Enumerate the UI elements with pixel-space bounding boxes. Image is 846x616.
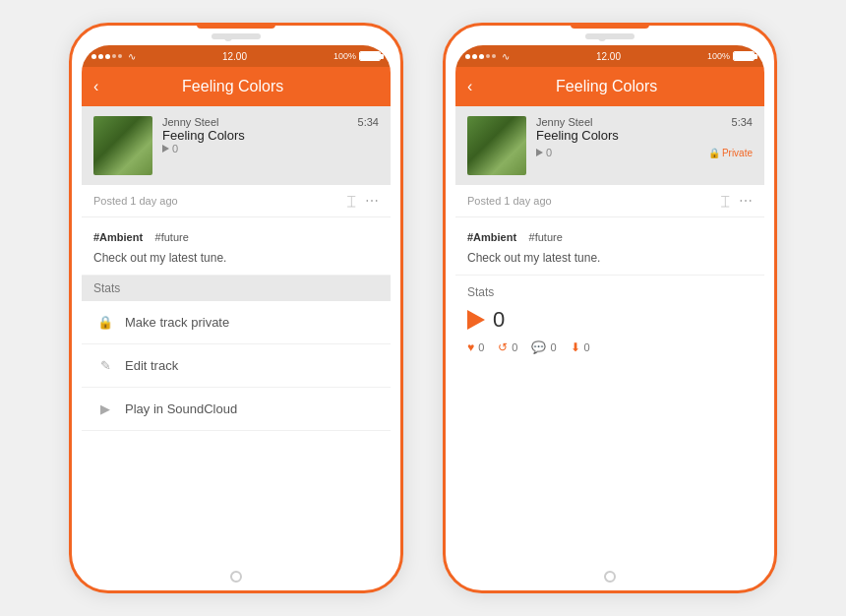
stats-play-count: 0 (493, 307, 505, 333)
right-phone: ∿ 12.00 100% ‹ Feeling Colors (443, 23, 777, 593)
reposts-count: 0 (512, 341, 517, 353)
tag-secondary-left[interactable]: #future (155, 231, 189, 243)
dot4r (486, 54, 490, 58)
track-name-right: Feeling Colors (536, 128, 619, 143)
tags-row-left: #Ambient #future (93, 227, 379, 245)
menu-item-edit[interactable]: ✎ Edit track (82, 344, 391, 388)
lock-icon: 🔒 (97, 315, 113, 330)
battery-fill (360, 52, 380, 60)
share-icon-right[interactable]: ⌶ (721, 193, 729, 209)
speaker-bar (212, 33, 261, 39)
tags-section-left: #Ambient #future Check out my latest tun… (82, 217, 391, 276)
track-thumbnail-left (93, 116, 152, 175)
dot3 (105, 54, 110, 59)
app-title-left: Feeling Colors (106, 78, 359, 95)
left-phone: ∿ 12.00 100% ‹ Feeling Colors (69, 23, 403, 593)
play-icon-left (162, 145, 169, 153)
stats-icons-row: ♥ 0 ↺ 0 💬 0 ⬇ 0 (467, 340, 753, 354)
battery-pct: 100% (333, 51, 356, 61)
track-duration-right: 5:34 (732, 116, 753, 128)
tag-primary-left[interactable]: #Ambient (93, 231, 143, 243)
dot5r (492, 54, 496, 58)
stats-play-row: 0 (467, 307, 753, 333)
private-label: Private (722, 148, 753, 158)
battery-indicator-r: 100% (707, 51, 755, 61)
description-left: Check out my latest tune. (93, 251, 379, 265)
phone-btn-power (400, 144, 403, 193)
stat-downloads: ⬇ 0 (571, 340, 590, 354)
front-camera (224, 33, 232, 41)
back-button-left[interactable]: ‹ (93, 78, 98, 95)
more-icon-left[interactable]: ⋯ (365, 193, 379, 209)
status-bar-right: ∿ 12.00 100% (455, 45, 764, 67)
track-row-right: Jenny Steel Feeling Colors 5:34 0 � (467, 116, 753, 175)
stats-title-right: Stats (467, 285, 753, 299)
battery-bar-r (733, 51, 755, 61)
home-button-right[interactable] (604, 571, 616, 583)
download-icon: ⬇ (571, 340, 580, 354)
repost-icon: ↺ (498, 340, 508, 354)
phone-btn-vol-up-r (443, 168, 446, 208)
tags-section-right: #Ambient #future Check out my latest tun… (455, 217, 764, 276)
track-thumbnail-right (467, 116, 526, 175)
menu-item-play[interactable]: ▶ Play in SoundCloud (82, 388, 391, 431)
dot5 (118, 54, 122, 58)
app-title-right: Feeling Colors (480, 78, 733, 95)
lock-icon-small: 🔒 (708, 148, 720, 158)
left-phone-screen: ∿ 12.00 100% ‹ Feeling Colors (82, 45, 391, 571)
description-right: Check out my latest tune. (467, 251, 753, 265)
phone-btn-power-r (774, 144, 777, 193)
home-button-left[interactable] (230, 571, 242, 583)
likes-count: 0 (478, 341, 484, 353)
wifi-icon: ∿ (128, 51, 136, 62)
battery-indicator: 100% (333, 51, 381, 61)
phone-btn-vol-down (69, 217, 72, 257)
stat-likes: ♥ 0 (467, 340, 484, 354)
stats-section-right: Stats 0 ♥ 0 ↺ 0 💬 0 (455, 276, 764, 364)
stats-overlay-left: Stats (82, 276, 391, 301)
track-plays-left: 0 (162, 143, 379, 154)
share-icon-left[interactable]: ⌶ (347, 193, 355, 209)
menu-item-edit-label: Edit track (125, 358, 178, 373)
track-card-left: Jenny Steel Feeling Colors 5:34 0 (82, 106, 391, 185)
edit-icon: ✎ (97, 358, 113, 373)
dot1 (91, 54, 96, 59)
status-time: 12.00 (222, 51, 247, 62)
menu-section-left: 🔒 Make track private ✎ Edit track ▶ Play… (82, 301, 391, 431)
app-header-right: ‹ Feeling Colors (455, 67, 764, 106)
track-info-left: Jenny Steel Feeling Colors 5:34 0 (162, 116, 379, 154)
stats-title-partial: Stats (93, 281, 379, 295)
dot2r (472, 54, 477, 59)
track-artist-right: Jenny Steel (536, 116, 619, 128)
more-icon-right[interactable]: ⋯ (739, 193, 753, 209)
tag-primary-right[interactable]: #Ambient (467, 231, 516, 243)
stat-comments: 💬 0 (531, 340, 556, 354)
phone-btn-mute (69, 124, 72, 154)
track-artist-left: Jenny Steel (162, 116, 245, 128)
heart-icon: ♥ (467, 340, 474, 354)
menu-item-play-label: Play in SoundCloud (125, 401, 237, 416)
play-triangle-large (467, 310, 485, 330)
menu-item-private-label: Make track private (125, 315, 229, 330)
signal-dots: ∿ (91, 51, 136, 62)
speaker-bar-r (585, 33, 634, 39)
private-badge: 🔒 Private (708, 148, 753, 158)
phone-btn-vol-down-r (443, 217, 446, 257)
page-container: ∿ 12.00 100% ‹ Feeling Colors (0, 0, 846, 616)
menu-item-private[interactable]: 🔒 Make track private (82, 301, 391, 344)
tags-row-right: #Ambient #future (467, 227, 753, 245)
back-button-right[interactable]: ‹ (467, 78, 472, 95)
battery-fill-r (734, 52, 754, 60)
comment-icon: 💬 (531, 340, 546, 354)
posted-time-right: Posted 1 day ago (467, 195, 552, 207)
right-phone-screen: ∿ 12.00 100% ‹ Feeling Colors (455, 45, 764, 571)
track-duration-left: 5:34 (358, 116, 379, 128)
track-info-right: Jenny Steel Feeling Colors 5:34 0 � (536, 116, 753, 158)
wifi-icon-r: ∿ (502, 51, 510, 62)
dot3r (479, 54, 484, 59)
play-icon-right (536, 149, 543, 156)
tag-secondary-right[interactable]: #future (529, 231, 563, 243)
dot1r (465, 54, 470, 59)
posted-time-left: Posted 1 day ago (93, 195, 178, 207)
posted-row-left: Posted 1 day ago ⌶ ⋯ (82, 185, 391, 217)
